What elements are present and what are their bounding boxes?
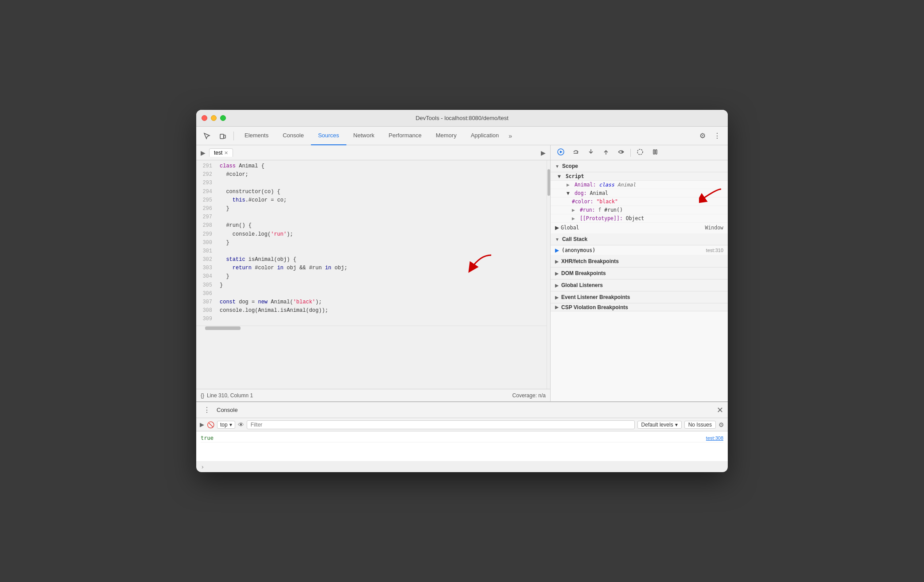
titlebar: DevTools - localhost:8080/demo/test: [196, 110, 728, 127]
code-line-308: 308 console.log(Animal.isAnimal(dog));: [196, 307, 547, 315]
dom-breakpoints-header[interactable]: ▶ DOM Breakpoints: [551, 268, 728, 279]
scope-dog-entry[interactable]: ▼ dog: Animal: [551, 189, 728, 198]
scope-prototype-entry[interactable]: ▶ [[Prototype]]: Object: [551, 214, 728, 223]
console-run-button[interactable]: ▶: [200, 421, 204, 428]
csp-chevron: ▶: [555, 305, 559, 310]
console-panel: ⋮ Console ✕ ▶ 🚫 top ▾ 👁 Default levels ▾: [196, 401, 728, 472]
file-tab-test[interactable]: test ✕: [209, 148, 233, 157]
debug-separator: [630, 149, 631, 157]
dom-chevron: ▶: [555, 271, 559, 276]
file-tab-close[interactable]: ✕: [224, 150, 228, 156]
console-close-button[interactable]: ✕: [717, 405, 723, 415]
dom-breakpoints-label: DOM Breakpoints: [561, 270, 606, 276]
minimize-button[interactable]: [211, 115, 217, 121]
pause-on-exceptions-button[interactable]: [648, 147, 662, 159]
scope-section-header[interactable]: ▼ Scope: [551, 160, 728, 172]
svg-rect-10: [656, 150, 657, 154]
console-levels-selector[interactable]: Default levels ▾: [637, 421, 682, 429]
svg-point-8: [637, 149, 643, 155]
step-button[interactable]: [614, 147, 628, 159]
sources-tab-end-button[interactable]: ▶: [538, 148, 548, 157]
event-chevron: ▶: [555, 295, 559, 300]
global-listeners-header[interactable]: ▶ Global Listeners: [551, 279, 728, 291]
console-header: ⋮ Console ✕: [196, 402, 728, 418]
status-bar: {} Line 310, Column 1 Coverage: n/a: [196, 389, 550, 401]
format-button[interactable]: {}: [201, 392, 204, 399]
console-filter-input[interactable]: [247, 420, 635, 429]
console-block-button[interactable]: 🚫: [207, 421, 214, 428]
inspect-element-button[interactable]: [200, 131, 214, 141]
code-editor[interactable]: 291 class Animal { 292 #color;: [196, 160, 547, 326]
console-context-label: top: [220, 422, 228, 428]
console-context-selector[interactable]: top ▾: [217, 421, 235, 429]
file-tab-label: test: [214, 150, 222, 156]
debugger-content[interactable]: ▼ Scope ▼ Script ▶ Animal: class Animal: [551, 160, 728, 401]
toolbar-separator: [233, 132, 234, 140]
console-output: true test:308: [196, 431, 728, 461]
window-title: DevTools - localhost:8080/demo/test: [415, 115, 509, 121]
horizontal-scrollbar-thumb[interactable]: [205, 326, 241, 330]
call-stack-arrow-icon: ▶: [555, 247, 559, 253]
script-subsection-header[interactable]: ▼ Script: [551, 172, 728, 181]
fullscreen-button[interactable]: [220, 115, 226, 121]
console-log-ref[interactable]: test:308: [706, 435, 723, 441]
code-line-298: 298 #run() {: [196, 221, 547, 230]
vertical-scrollbar-thumb[interactable]: [547, 169, 550, 196]
xhr-breakpoints-header[interactable]: ▶ XHR/fetch Breakpoints: [551, 256, 728, 268]
tab-application[interactable]: Application: [464, 127, 506, 145]
event-breakpoints-label: Event Listener Breakpoints: [561, 294, 630, 300]
step-out-button[interactable]: [599, 147, 613, 159]
code-line-305: 305 }: [196, 281, 547, 290]
tab-network[interactable]: Network: [346, 127, 382, 145]
debugger-panel: ▼ Scope ▼ Script ▶ Animal: class Animal: [551, 145, 728, 401]
code-line-296: 296 }: [196, 205, 547, 213]
console-input-line: ›: [196, 461, 728, 472]
tab-elements[interactable]: Elements: [237, 127, 276, 145]
scope-run-entry[interactable]: ▶ #run: f #run(): [551, 206, 728, 214]
vertical-scrollbar[interactable]: [547, 160, 550, 389]
scope-global-row[interactable]: ▶ Global Window: [551, 223, 728, 233]
call-stack-anonymous[interactable]: ▶ (anonymous) test:310: [551, 245, 728, 256]
more-tabs-button[interactable]: »: [506, 132, 515, 140]
code-line-302: 302 static isAnimal(obj) {: [196, 256, 547, 264]
tab-sources[interactable]: Sources: [311, 127, 346, 145]
sources-run-button[interactable]: ▶: [198, 148, 208, 157]
console-live-expressions-button[interactable]: 👁: [238, 421, 244, 428]
scope-chevron: ▼: [555, 164, 559, 169]
call-stack-label: Call Stack: [562, 236, 587, 242]
call-stack-section-header[interactable]: ▼ Call Stack: [551, 233, 728, 245]
resume-button[interactable]: [554, 147, 567, 159]
event-breakpoints-header[interactable]: ▶ Event Listener Breakpoints: [551, 291, 728, 303]
svg-rect-1: [224, 135, 225, 138]
global-listeners-chevron: ▶: [555, 283, 559, 288]
console-log-row-true: true test:308: [201, 434, 723, 442]
code-line-297: 297: [196, 213, 547, 221]
code-line-303: 303 return #color in obj && #run in obj;: [196, 264, 547, 272]
global-value: Window: [705, 225, 723, 231]
red-arrow-scope: [699, 186, 723, 206]
tab-performance[interactable]: Performance: [381, 127, 428, 145]
settings-button[interactable]: ⚙: [696, 130, 709, 142]
sources-tabbar: ▶ test ✕ ▶: [196, 145, 550, 160]
svg-rect-0: [220, 134, 224, 139]
code-line-300: 300 }: [196, 239, 547, 247]
device-toolbar-button[interactable]: [216, 131, 230, 141]
code-line-292: 292 #color;: [196, 171, 547, 179]
step-over-button[interactable]: [569, 147, 582, 159]
more-options-button[interactable]: ⋮: [710, 130, 724, 142]
csp-breakpoints-header[interactable]: ▶ CSP Violation Breakpoints: [551, 303, 728, 311]
horizontal-scrollbar[interactable]: [196, 326, 547, 330]
tab-navigation: Elements Console Sources Network Perform…: [237, 127, 694, 145]
deactivate-breakpoints-button[interactable]: [633, 147, 647, 159]
console-issues-button[interactable]: No Issues: [684, 421, 716, 429]
close-button[interactable]: [202, 115, 207, 121]
console-menu-button[interactable]: ⋮: [201, 405, 213, 415]
code-line-306: 306: [196, 290, 547, 298]
code-line-295: 295 this.#color = co;: [196, 196, 547, 205]
code-line-307: 307 const dog = new Animal('black');: [196, 298, 547, 307]
console-toolbar: ▶ 🚫 top ▾ 👁 Default levels ▾ No Issues ⚙: [196, 418, 728, 431]
step-into-button[interactable]: [584, 147, 598, 159]
tab-memory[interactable]: Memory: [429, 127, 464, 145]
tab-console-top[interactable]: Console: [276, 127, 311, 145]
console-settings-button[interactable]: ⚙: [718, 421, 724, 428]
